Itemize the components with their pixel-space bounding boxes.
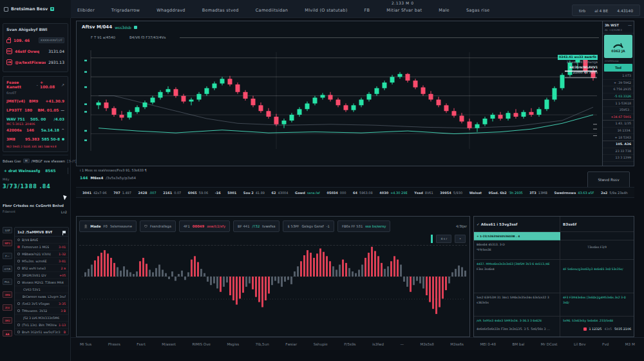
- position-qty: 180: [24, 108, 36, 112]
- ladder-row[interactable]: 13 3 1399: [603, 155, 634, 162]
- order-table-teal-bar[interactable]: + 1-23/5363565053603B . 4: [474, 232, 560, 240]
- scan-sub-label: M4y: [3, 177, 68, 181]
- order-row-1-right: T3ss6ss F3/9: [560, 240, 634, 260]
- ticker-label: 707: [113, 191, 120, 195]
- list-item[interactable]: TMsvwsss. 3V323 B: [15, 307, 68, 315]
- ladder-row[interactable]: + .39 5962: [603, 80, 634, 87]
- account-row[interactable]: OC46stf Ovwq3131.04: [6, 46, 64, 57]
- ladder-row[interactable]: + 18 5363: [603, 134, 634, 141]
- list-item[interactable]: B52 wvhi tvtw32 a: [15, 265, 68, 272]
- topbar-mini-stat: 2.133 M 0: [392, 1, 414, 5]
- position-row[interactable]: 42006s1465a.14.18^: [6, 126, 64, 135]
- ladder-menu-icon[interactable]: —: [628, 23, 632, 27]
- account-box-value: al 4 BE: [594, 8, 608, 13]
- account-row[interactable]: rB@a/textFixwas2931.13: [6, 57, 64, 68]
- toolbar-segment[interactable]: $ 53PFGslsgv Gsnsf-1: [283, 220, 334, 232]
- position-row[interactable]: LP93TT180BM. 01.05—: [6, 106, 64, 115]
- period-badge[interactable]: 144: [80, 175, 88, 180]
- list-item[interactable]: CV63 53V1: [15, 286, 68, 293]
- menu-item[interactable]: Mlvild (O statutab): [305, 8, 347, 13]
- ticker-label: 2161: [163, 191, 172, 195]
- rail-icon[interactable]: Z/V: [3, 304, 12, 311]
- ladder-row[interactable]: 1 1-53618: [603, 100, 634, 107]
- list-item[interactable]: Fsmssrvsn 1 MGS3-01: [15, 244, 68, 251]
- ladder-row[interactable]: -5 03.3326: [603, 93, 634, 101]
- list-item[interactable]: BtCanssn swaa. L3vgrn 3sv5. 5M6p: [15, 293, 68, 300]
- gauge-card[interactable]: 0362 JA: [604, 35, 632, 58]
- toolbar-segment[interactable]: 4F100049asw/t/2/sfy: [179, 220, 230, 232]
- list-item[interactable]: Bsvh 3G2s51 ww5s/F3c3B: [15, 329, 68, 335]
- rail-icon[interactable]: MP3: [3, 240, 12, 246]
- position-row[interactable]: JM6T(v4)BM9+41.30.9: [6, 97, 64, 106]
- menu-item[interactable]: Camediitsidan: [256, 8, 288, 13]
- ladder-row[interactable]: 16 1334.: [603, 128, 634, 135]
- list-item[interactable]: B/V4 BAVE: [15, 237, 68, 244]
- ticker-label: 6065: [188, 191, 197, 195]
- status-item: Pvd: [602, 342, 609, 346]
- rail-icon[interactable]: 3M6: [3, 291, 12, 298]
- toolbar-right-text[interactable]: 4/3tjsr: [456, 224, 467, 228]
- status-item: BM bal: [512, 342, 524, 346]
- ladder-row[interactable]: 23 33 738: [603, 148, 634, 155]
- ladder-row[interactable]: 105. A36: [603, 141, 634, 148]
- ladder-row[interactable]: 6 756 2935: [603, 86, 634, 93]
- list-item[interactable]: M5u3ss. w/ns6E3-81: [15, 258, 68, 265]
- ticker-value: 0.07: [174, 191, 181, 195]
- menu-item[interactable]: Elibider: [77, 8, 95, 13]
- account-box-value: 4.43140: [617, 8, 633, 13]
- ladder-row[interactable]: 35953 .: [603, 107, 634, 114]
- menu-item[interactable]: Trigradarrow: [111, 8, 140, 13]
- list-item[interactable]: J52 3 LV6 M3V333s5M6: [15, 315, 68, 322]
- rail-icon[interactable]: G7/R: [3, 266, 12, 272]
- account-row[interactable]: 109. 46XXXXI-XXVT/2T: [6, 35, 64, 46]
- ladder-row[interactable]: +34.67 5901: [603, 114, 634, 121]
- volume-bar-chart[interactable]: [79, 238, 468, 336]
- rail-icon[interactable]: Ph1.: [3, 278, 12, 285]
- menu-item[interactable]: Male: [439, 8, 450, 13]
- position-symbol: LP93TT: [6, 108, 23, 112]
- list-item[interactable]: Wvsass M2V2. T3bass M64: [15, 279, 68, 286]
- menu-item[interactable]: FB: [365, 8, 370, 13]
- ladder-action-button[interactable]: Tod: [604, 64, 632, 72]
- ticker-label: 39954: [440, 191, 451, 195]
- expand-icon[interactable]: ↗: [61, 83, 64, 87]
- topbar-account-box[interactable]: tirbal 4 BE4.43140: [572, 5, 640, 16]
- status-item: MEI 0-48: [480, 342, 495, 346]
- toolbar-segment[interactable]: FB6s FF 531ssa bs/ssrsy: [337, 220, 390, 232]
- position-row[interactable]: 3M895.383585 50-8: [6, 135, 64, 144]
- toolbar-segment[interactable]: 👤MadeF05slsmssavne: [79, 220, 137, 232]
- toolbar-segment[interactable]: BF 441/T32tvwsfsa: [233, 220, 279, 232]
- scan-action-row[interactable]: + drat Weinsasfg 8565: [3, 168, 68, 174]
- user-icon: 👤: [84, 224, 88, 228]
- status-item: is3fwd: [372, 342, 384, 346]
- rail-icon[interactable]: F—: [3, 253, 12, 259]
- list-item-count: 3 B: [61, 309, 66, 313]
- rail-icon[interactable]: 3/4F: [3, 227, 12, 233]
- toolbar-segment[interactable]: 🛡Fssndrallsga: [140, 220, 176, 232]
- account-row-value: 2931.13: [48, 60, 64, 64]
- ladder-row[interactable]: 1.073: [603, 73, 634, 80]
- order-table-panel: ✓ A6ss61 i 53vg3ssf B3ss6f + 1-23/536356…: [473, 216, 634, 337]
- status-item: M/asset: [162, 342, 176, 346]
- brand[interactable]: Bretsiman Besv B: [0, 0, 71, 18]
- rail-icon[interactable]: 3M2: [3, 317, 12, 324]
- menu-item[interactable]: Mitiar Sfvar bat: [386, 8, 422, 13]
- candlestick-chart[interactable]: [77, 44, 603, 161]
- divider: [180, 37, 599, 38]
- list-item-count: 1-32: [59, 253, 66, 256]
- menu-item[interactable]: Whagddravd: [156, 8, 185, 13]
- list-item-label: BtCanssn swaa. L3vgrn 3sv5. 5M6p: [23, 295, 66, 298]
- snapshot-button[interactable]: Stwvd Rssv: [587, 171, 630, 188]
- list-item[interactable]: (TV1.13s). BVs 7M3Vwa31-13: [15, 322, 68, 329]
- rail-icon[interactable]: ▲▲: [3, 330, 12, 337]
- order-row-3-right: 4F3 F3M43s6ss [3s60s]/g4M53s6s.3s2 3-0 3…: [560, 293, 634, 317]
- list-item[interactable]: 3M1M/3V81 I2V+05: [15, 272, 68, 279]
- ticker-label: 05034: [327, 191, 337, 195]
- menu-item[interactable]: Bemadtas stved: [202, 8, 239, 13]
- chart-title-link[interactable]: wss3dsb: [115, 25, 131, 30]
- ladder-row[interactable]: 1.43, 1/35: [603, 121, 634, 128]
- list-item[interactable]: MBbata?s21 V3VV/1-32: [15, 251, 68, 258]
- menu-item[interactable]: Sagas rise: [466, 8, 490, 13]
- watchlist-header[interactable]: 1s2 /5aMMV8 BVf: [15, 228, 68, 237]
- list-item[interactable]: /5s63 3V5 V5sgas3-35: [15, 300, 68, 307]
